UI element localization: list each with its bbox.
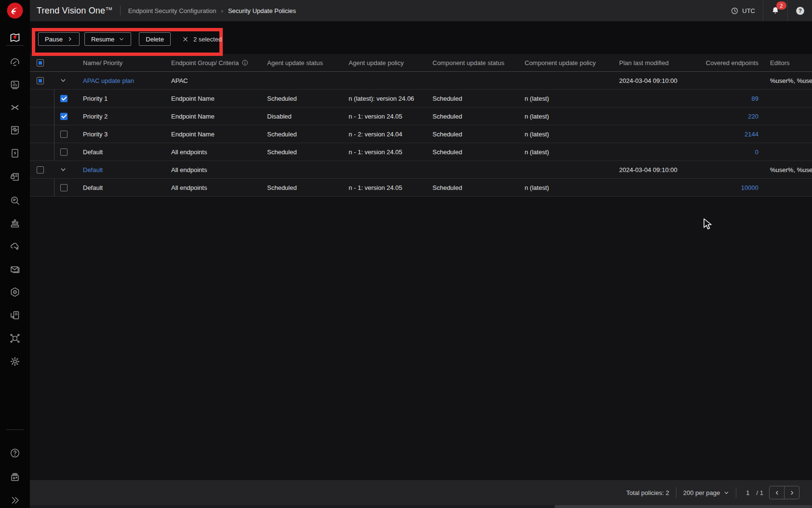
row-checkbox-checked[interactable] bbox=[60, 95, 68, 102]
sidebar-item-device-flow[interactable] bbox=[0, 306, 30, 325]
component-update-status-value: Scheduled bbox=[429, 131, 521, 138]
pause-button-label: Pause bbox=[45, 36, 63, 43]
row-checkbox-unchecked[interactable] bbox=[60, 148, 68, 156]
breadcrumb-item-parent[interactable]: Endpoint Security Configuration bbox=[128, 7, 217, 14]
row-checkbox-unchecked[interactable] bbox=[37, 166, 44, 174]
column-header-component-status[interactable]: Component update status bbox=[429, 59, 521, 67]
column-header-name-priority[interactable]: Name/ Priority bbox=[77, 59, 167, 67]
trend-micro-logo-icon[interactable] bbox=[5, 1, 25, 20]
plan-last-modified-value: 2024-03-04 09:10:00 bbox=[615, 77, 697, 84]
sidebar-item-cloud-link[interactable] bbox=[0, 237, 30, 256]
sidebar-item-help-circle[interactable] bbox=[0, 443, 30, 463]
scrollbar-thumb[interactable] bbox=[555, 505, 812, 508]
document-bulb-icon bbox=[9, 124, 21, 136]
sidebar-item-hexagon-gear[interactable] bbox=[0, 282, 30, 302]
column-header-component-policy[interactable]: Component update policy bbox=[521, 59, 615, 67]
notifications-button[interactable]: 2 bbox=[763, 0, 787, 21]
next-page-button[interactable] bbox=[785, 486, 799, 499]
help-circle-icon bbox=[9, 447, 21, 459]
expand-chevron-down-icon[interactable] bbox=[60, 166, 67, 173]
covered-endpoints-link[interactable]: 89 bbox=[697, 95, 758, 102]
component-update-policy-value: n (latest) bbox=[521, 95, 615, 102]
info-icon[interactable] bbox=[242, 59, 248, 66]
policy-row[interactable]: Priority 1 Endpoint Name Scheduled n (la… bbox=[30, 90, 812, 107]
column-header-plan-modified[interactable]: Plan last modified bbox=[615, 59, 697, 67]
double-chevron-right-icon bbox=[9, 495, 21, 506]
device-flow-icon bbox=[9, 309, 21, 321]
sidebar-item-sparkle-box[interactable] bbox=[0, 468, 30, 487]
priority-name: Default bbox=[83, 148, 103, 156]
row-checkbox-indeterminate[interactable] bbox=[37, 77, 44, 84]
timezone-selector[interactable]: UTC bbox=[723, 0, 763, 21]
policy-row[interactable]: Priority 2 Endpoint Name Disabled n - 1:… bbox=[30, 107, 812, 125]
delete-button[interactable]: Delete bbox=[139, 32, 171, 46]
sidebar-item-mail[interactable] bbox=[0, 260, 30, 279]
select-all-checkbox[interactable] bbox=[37, 59, 44, 67]
sidebar-divider bbox=[6, 45, 24, 46]
policy-row[interactable]: Priority 3 Endpoint Name Scheduled n - 2… bbox=[30, 125, 812, 143]
pager bbox=[769, 486, 799, 499]
sidebar-item-search-document[interactable] bbox=[0, 191, 30, 210]
policy-group-row[interactable]: APAC update plan APAC 2024-03-04 09:10:0… bbox=[30, 72, 812, 90]
policy-name-link[interactable]: APAC update plan bbox=[83, 77, 134, 84]
covered-endpoints-link[interactable]: 0 bbox=[697, 148, 758, 156]
sidebar-item-lock-document[interactable] bbox=[0, 167, 30, 186]
covered-endpoints-link[interactable]: 10000 bbox=[697, 184, 758, 191]
agent-update-policy-value: n (latest): version 24.06 bbox=[345, 95, 429, 102]
policy-group-row[interactable]: Default All endpoints 2024-03-04 09:10:0… bbox=[30, 161, 812, 179]
sidebar-item-bolt-box[interactable] bbox=[0, 144, 30, 163]
sidebar-item-gauge[interactable] bbox=[0, 52, 30, 71]
covered-endpoints-link[interactable]: 220 bbox=[697, 113, 758, 120]
sidebar-item-document-bulb[interactable] bbox=[0, 120, 30, 140]
row-checkbox-checked[interactable] bbox=[60, 113, 68, 120]
endpoint-group-value: Endpoint Name bbox=[171, 131, 215, 138]
pause-button[interactable]: Pause bbox=[38, 32, 80, 46]
policy-row[interactable]: Default All endpoints Scheduled n - 1: v… bbox=[30, 143, 812, 161]
clear-selection-icon[interactable] bbox=[182, 36, 189, 42]
expand-chevron-down-icon[interactable] bbox=[60, 77, 67, 84]
sidebar-item-double-chevron-right[interactable] bbox=[0, 491, 30, 508]
endpoint-group-value: All endpoints bbox=[171, 148, 207, 156]
agent-update-status-value: Scheduled bbox=[263, 148, 345, 156]
column-header-agent-policy[interactable]: Agent update policy bbox=[345, 59, 429, 67]
component-update-status-value: Scheduled bbox=[429, 184, 521, 191]
endpoint-group-value: APAC bbox=[171, 77, 188, 84]
sidebar-item-gear[interactable] bbox=[0, 352, 30, 371]
horizontal-scrollbar bbox=[30, 505, 812, 508]
column-header-editors[interactable]: Editors bbox=[758, 59, 812, 67]
notification-count-badge: 2 bbox=[776, 1, 786, 10]
resume-button[interactable]: Resume bbox=[84, 32, 131, 46]
row-checkbox-unchecked[interactable] bbox=[60, 184, 68, 191]
per-page-label: 200 per page bbox=[683, 489, 720, 496]
agent-update-status-value: Disabled bbox=[263, 113, 345, 120]
agent-update-policy-value: n - 1: version 24.05 bbox=[345, 184, 429, 191]
agent-update-policy-value: n - 2: version 24.04 bbox=[345, 131, 429, 138]
column-header-covered-endpoints[interactable]: Covered endpoints bbox=[697, 59, 758, 67]
sidebar-item-map-location-active[interactable] bbox=[0, 28, 30, 47]
current-page-input[interactable]: 1 bbox=[746, 489, 749, 496]
policy-row[interactable]: Default All endpoints Scheduled n - 1: v… bbox=[30, 179, 812, 197]
endpoint-group-value: All endpoints bbox=[171, 184, 207, 191]
lock-document-icon bbox=[9, 171, 21, 182]
endpoint-group-value: Endpoint Name bbox=[171, 113, 215, 120]
policy-name-link[interactable]: Default bbox=[83, 166, 103, 174]
column-header-endpoint-group[interactable]: Endpoint Group/ Criteria bbox=[171, 59, 239, 67]
column-header-agent-status[interactable]: Agent update status bbox=[263, 59, 345, 67]
svg-text:?: ? bbox=[798, 8, 802, 13]
previous-page-button[interactable] bbox=[770, 486, 785, 499]
pagination-bar: Total policies: 2 200 per page 1 / 1 bbox=[30, 480, 812, 505]
per-page-dropdown[interactable]: 200 per page bbox=[683, 489, 730, 496]
sidebar-item-x-mark[interactable] bbox=[0, 98, 30, 117]
chevron-down-icon bbox=[119, 36, 124, 42]
sidebar-item-network-nodes[interactable] bbox=[0, 214, 30, 233]
sidebar-item-search-network[interactable] bbox=[0, 329, 30, 348]
top-header-bar: Trend Vision OneTM Endpoint Security Con… bbox=[30, 0, 812, 21]
component-update-policy-value: n (latest) bbox=[521, 113, 615, 120]
covered-endpoints-link[interactable]: 2144 bbox=[697, 131, 758, 138]
endpoint-group-value: All endpoints bbox=[171, 166, 207, 174]
help-button[interactable]: ? bbox=[788, 0, 812, 21]
row-checkbox-unchecked[interactable] bbox=[60, 131, 68, 138]
mouse-cursor bbox=[702, 218, 715, 231]
sidebar-item-report-chart[interactable] bbox=[0, 75, 30, 94]
editors-value: %user%, %use bbox=[758, 166, 812, 174]
